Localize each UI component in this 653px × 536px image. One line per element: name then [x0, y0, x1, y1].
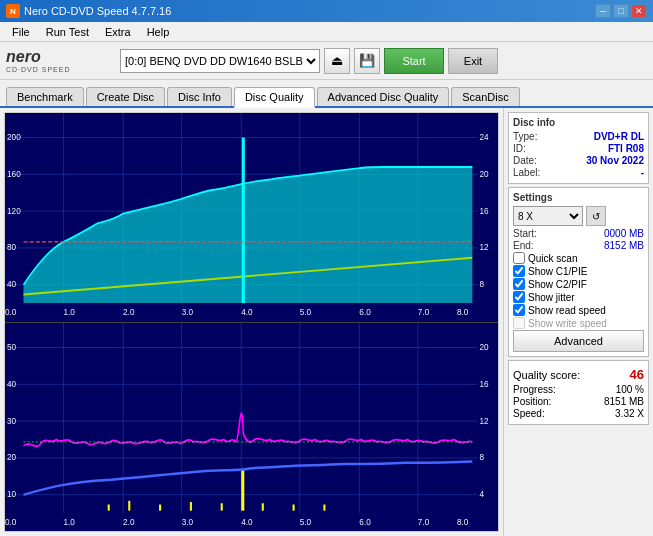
- charts-area: 24 20 16 12 8 200 160 120 80 40 1.0 2.0 …: [4, 112, 499, 532]
- menu-bar: File Run Test Extra Help: [0, 22, 653, 42]
- tab-scan-disc[interactable]: ScanDisc: [451, 87, 519, 106]
- svg-text:24: 24: [480, 131, 489, 142]
- main-content: 24 20 16 12 8 200 160 120 80 40 1.0 2.0 …: [0, 108, 653, 536]
- show-write-speed-checkbox[interactable]: [513, 317, 525, 329]
- logo-nero: nero: [6, 48, 71, 66]
- save-icon[interactable]: 💾: [354, 48, 380, 74]
- disc-type-row: Type: DVD+R DL: [513, 131, 644, 142]
- tab-benchmark[interactable]: Benchmark: [6, 87, 84, 106]
- speed-row: 8 X 4 X 16 X ↺: [513, 206, 644, 226]
- svg-rect-70: [159, 504, 161, 510]
- title-bar-buttons[interactable]: ─ □ ✕: [595, 4, 647, 18]
- position-value: 8151 MB: [604, 396, 644, 407]
- start-button[interactable]: Start: [384, 48, 444, 74]
- svg-text:3.0: 3.0: [182, 516, 193, 527]
- svg-text:2.0: 2.0: [123, 307, 134, 318]
- show-c1pie-row: Show C1/PIE: [513, 265, 644, 277]
- advanced-button[interactable]: Advanced: [513, 330, 644, 352]
- show-jitter-checkbox[interactable]: [513, 291, 525, 303]
- svg-text:0.0: 0.0: [5, 307, 16, 318]
- svg-text:40: 40: [7, 278, 16, 289]
- svg-rect-68: [108, 504, 110, 510]
- svg-rect-75: [293, 504, 295, 510]
- show-c1pie-label: Show C1/PIE: [528, 266, 587, 277]
- show-read-speed-label: Show read speed: [528, 305, 606, 316]
- maximize-button[interactable]: □: [613, 4, 629, 18]
- exit-button[interactable]: Exit: [448, 48, 498, 74]
- start-value: 0000 MB: [604, 228, 644, 239]
- svg-text:1.0: 1.0: [64, 307, 75, 318]
- close-button[interactable]: ✕: [631, 4, 647, 18]
- tab-create-disc[interactable]: Create Disc: [86, 87, 165, 106]
- disc-date-label: Date:: [513, 155, 537, 166]
- svg-text:20: 20: [480, 341, 489, 352]
- svg-text:200: 200: [7, 131, 21, 142]
- svg-text:10: 10: [7, 488, 16, 499]
- quality-score-value: 46: [630, 367, 644, 382]
- menu-extra[interactable]: Extra: [97, 24, 139, 40]
- svg-text:80: 80: [7, 242, 16, 253]
- speed-select[interactable]: 8 X 4 X 16 X: [513, 206, 583, 226]
- tab-disc-quality[interactable]: Disc Quality: [234, 87, 315, 108]
- speed-label: Speed:: [513, 408, 545, 419]
- eject-icon[interactable]: ⏏: [324, 48, 350, 74]
- end-value: 8152 MB: [604, 240, 644, 251]
- start-label: Start:: [513, 228, 537, 239]
- svg-text:6.0: 6.0: [359, 516, 370, 527]
- svg-rect-72: [221, 503, 223, 510]
- show-read-speed-checkbox[interactable]: [513, 304, 525, 316]
- svg-rect-73: [241, 470, 244, 510]
- speed-row: Speed: 3.32 X: [513, 408, 644, 419]
- progress-label: Progress:: [513, 384, 556, 395]
- show-c2pif-checkbox[interactable]: [513, 278, 525, 290]
- quality-score-label: Quality score:: [513, 369, 580, 381]
- tab-advanced-disc-quality[interactable]: Advanced Disc Quality: [317, 87, 450, 106]
- settings-refresh-icon[interactable]: ↺: [586, 206, 606, 226]
- svg-text:40: 40: [7, 378, 16, 389]
- show-c2pif-label: Show C2/PIF: [528, 279, 587, 290]
- quality-section: Quality score: 46 Progress: 100 % Positi…: [508, 360, 649, 425]
- svg-text:8.0: 8.0: [457, 516, 468, 527]
- quick-scan-checkbox[interactable]: [513, 252, 525, 264]
- svg-text:16: 16: [480, 378, 489, 389]
- svg-text:1.0: 1.0: [64, 516, 75, 527]
- menu-run-test[interactable]: Run Test: [38, 24, 97, 40]
- show-c1pie-checkbox[interactable]: [513, 265, 525, 277]
- tab-disc-info[interactable]: Disc Info: [167, 87, 232, 106]
- disc-label-label: Label:: [513, 167, 540, 178]
- svg-rect-35: [5, 323, 498, 532]
- show-write-speed-row: Show write speed: [513, 317, 644, 329]
- svg-text:4.0: 4.0: [241, 516, 252, 527]
- disc-info-title: Disc info: [513, 117, 644, 128]
- quick-scan-label: Quick scan: [528, 253, 577, 264]
- svg-text:8: 8: [480, 278, 485, 289]
- right-panel: Disc info Type: DVD+R DL ID: FTI R08 Dat…: [503, 108, 653, 536]
- show-write-speed-label: Show write speed: [528, 318, 607, 329]
- svg-text:50: 50: [7, 341, 16, 352]
- end-mb-row: End: 8152 MB: [513, 240, 644, 251]
- toolbar: nero CD·DVD SPEED [0:0] BENQ DVD DD DW16…: [0, 42, 653, 80]
- disc-label-row: Label: -: [513, 167, 644, 178]
- disc-date-row: Date: 30 Nov 2022: [513, 155, 644, 166]
- disc-type-value: DVD+R DL: [594, 131, 644, 142]
- menu-help[interactable]: Help: [139, 24, 178, 40]
- svg-text:6.0: 6.0: [359, 307, 370, 318]
- disc-id-value: FTI R08: [608, 143, 644, 154]
- svg-rect-69: [128, 500, 130, 510]
- svg-text:3.0: 3.0: [182, 307, 193, 318]
- logo: nero CD·DVD SPEED: [6, 48, 116, 73]
- progress-value: 100 %: [616, 384, 644, 395]
- disc-label-value: -: [641, 167, 644, 178]
- quick-scan-row: Quick scan: [513, 252, 644, 264]
- chart-top: 24 20 16 12 8 200 160 120 80 40 1.0 2.0 …: [5, 113, 498, 323]
- svg-text:4: 4: [480, 488, 485, 499]
- menu-file[interactable]: File: [4, 24, 38, 40]
- drive-select[interactable]: [0:0] BENQ DVD DD DW1640 BSLB: [120, 49, 320, 73]
- svg-rect-76: [323, 504, 325, 510]
- minimize-button[interactable]: ─: [595, 4, 611, 18]
- svg-text:2.0: 2.0: [123, 516, 134, 527]
- disc-type-label: Type:: [513, 131, 537, 142]
- svg-text:12: 12: [480, 414, 489, 425]
- app-icon: N: [6, 4, 20, 18]
- title-bar-left: N Nero CD-DVD Speed 4.7.7.16: [6, 4, 171, 18]
